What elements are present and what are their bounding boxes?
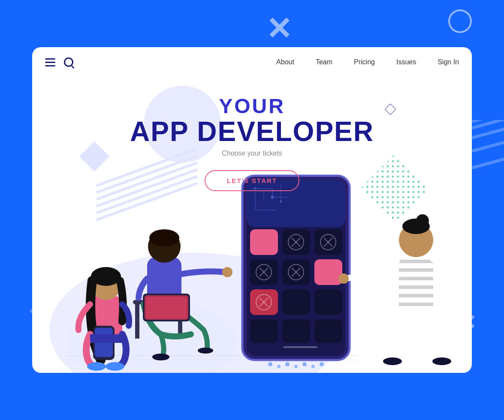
svg-point-64 [106, 362, 124, 371]
main-card: About Team Pricing Issues Sign In YOUR A… [32, 47, 472, 373]
menu-line-2 [45, 62, 55, 63]
nav-issues[interactable]: Issues [396, 58, 416, 66]
svg-rect-47 [283, 346, 317, 348]
nav-links: About Team Pricing Issues Sign In [276, 58, 459, 66]
bg-stripes-right [472, 120, 504, 240]
svg-point-84 [294, 365, 298, 368]
nav-pricing[interactable]: Pricing [354, 58, 375, 66]
bg-x-bottom: ✕ [459, 310, 476, 334]
svg-point-51 [152, 354, 169, 360]
svg-point-63 [87, 362, 106, 371]
nav-signin[interactable]: Sign In [438, 58, 459, 66]
svg-point-82 [277, 365, 281, 368]
svg-rect-67 [90, 334, 122, 343]
svg-rect-59 [146, 297, 187, 318]
svg-rect-49 [135, 304, 139, 339]
svg-point-83 [285, 362, 290, 366]
svg-rect-20 [250, 229, 278, 255]
hero-title-line1: YOUR [32, 94, 472, 118]
menu-line-1 [45, 58, 55, 60]
svg-rect-37 [314, 259, 342, 285]
svg-rect-46 [314, 319, 342, 343]
hero-section: YOUR APP DEVELOPER Choose your tickets L… [32, 77, 472, 191]
search-icon[interactable] [64, 57, 73, 67]
bg-x-top: ✕ [266, 11, 290, 47]
svg-point-79 [383, 357, 402, 365]
svg-rect-42 [282, 289, 310, 315]
svg-point-81 [268, 362, 272, 366]
svg-point-78 [338, 273, 349, 284]
cta-button[interactable]: LET'S START [205, 170, 299, 191]
svg-rect-45 [282, 319, 310, 343]
bg-circle-topright [448, 9, 472, 33]
svg-point-85 [302, 362, 307, 366]
svg-point-52 [198, 348, 213, 354]
nav-about[interactable]: About [276, 58, 294, 66]
svg-point-80 [432, 357, 451, 365]
svg-point-19 [280, 200, 282, 203]
svg-point-56 [222, 267, 232, 277]
menu-button[interactable] [45, 58, 55, 66]
svg-point-86 [311, 365, 315, 368]
hero-title-line2: APP DEVELOPER [32, 118, 472, 145]
navbar: About Team Pricing Issues Sign In [32, 47, 472, 77]
svg-point-62 [91, 267, 121, 286]
svg-point-77 [416, 214, 429, 227]
nav-team[interactable]: Team [316, 58, 332, 66]
menu-line-3 [45, 65, 55, 66]
svg-rect-43 [314, 289, 342, 315]
svg-rect-44 [250, 319, 278, 343]
svg-point-17 [271, 195, 274, 199]
hero-subtitle: Choose your tickets [32, 150, 472, 157]
nav-left [45, 57, 73, 67]
svg-point-87 [320, 362, 324, 366]
svg-point-55 [149, 229, 179, 246]
